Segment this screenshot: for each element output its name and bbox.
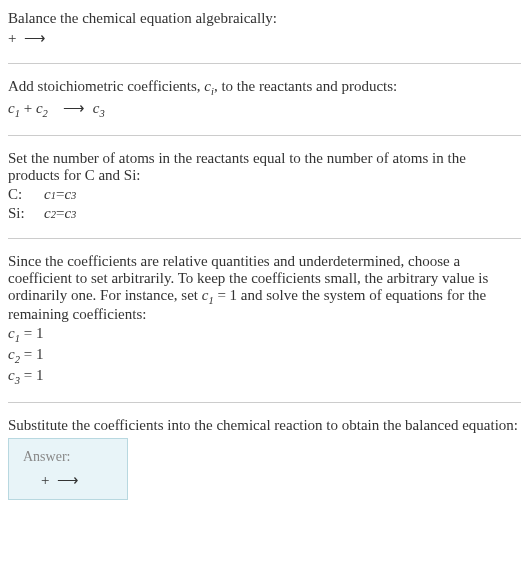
- subst-section: Substitute the coefficients into the che…: [8, 411, 521, 506]
- stoich-c3-sub: 3: [99, 108, 104, 119]
- answer-label: Answer:: [23, 449, 113, 465]
- solve-text: Since the coefficients are relative quan…: [8, 253, 521, 323]
- answer-arrow: ⟶: [57, 471, 79, 489]
- solve-eq3-c: c: [8, 367, 15, 383]
- stoich-plus: +: [24, 100, 36, 116]
- atom-c-eq: =: [56, 186, 64, 203]
- divider-1: [8, 63, 521, 64]
- intro-section: Balance the chemical equation algebraica…: [8, 4, 521, 55]
- atom-label-si: Si:: [8, 205, 36, 222]
- solve-eq1-c: c: [8, 325, 15, 341]
- atom-c-rhs-sub: 3: [71, 190, 76, 201]
- solve-eq-1: c1 = 1: [8, 325, 521, 344]
- stoich-text-1: Add stoichiometric coefficients,: [8, 78, 204, 94]
- stoich-c1-sub: 1: [15, 108, 20, 119]
- atom-si-eq: =: [56, 205, 64, 222]
- solve-eq3-rest: = 1: [20, 367, 43, 383]
- stoich-c2-sub: 2: [43, 108, 48, 119]
- answer-plus: +: [41, 472, 53, 488]
- atoms-text: Set the number of atoms in the reactants…: [8, 150, 521, 184]
- solve-eq1-rest: = 1: [20, 325, 43, 341]
- intro-plus: +: [8, 30, 20, 46]
- subst-text: Substitute the coefficients into the che…: [8, 417, 521, 434]
- intro-equation: + ⟶: [8, 29, 521, 47]
- answer-box: Answer: + ⟶: [8, 438, 128, 500]
- solve-eq2-c: c: [8, 346, 15, 362]
- solve-section: Since the coefficients are relative quan…: [8, 247, 521, 394]
- atom-si-lhs: c: [44, 205, 51, 222]
- intro-arrow: ⟶: [24, 29, 46, 47]
- solve-eq2-rest: = 1: [20, 346, 43, 362]
- stoich-text-2: , to the reactants and products:: [214, 78, 397, 94]
- stoich-ci: c: [204, 78, 211, 94]
- stoich-arrow: ⟶: [63, 99, 85, 117]
- atom-row-c: C: c1 = c3: [8, 186, 521, 203]
- stoich-section: Add stoichiometric coefficients, ci, to …: [8, 72, 521, 127]
- solve-eq-3: c3 = 1: [8, 367, 521, 386]
- solve-eq-2: c2 = 1: [8, 346, 521, 365]
- stoich-equation: c1 + c2 ⟶ c3: [8, 99, 521, 119]
- stoich-c2: c: [36, 100, 43, 116]
- atom-label-c: C:: [8, 186, 36, 203]
- answer-equation: + ⟶: [23, 471, 113, 489]
- divider-4: [8, 402, 521, 403]
- stoich-text: Add stoichiometric coefficients, ci, to …: [8, 78, 521, 97]
- stoich-c1: c: [8, 100, 15, 116]
- divider-3: [8, 238, 521, 239]
- atom-c-lhs: c: [44, 186, 51, 203]
- divider-2: [8, 135, 521, 136]
- intro-text: Balance the chemical equation algebraica…: [8, 10, 521, 27]
- atom-row-si: Si: c2 = c3: [8, 205, 521, 222]
- atom-si-rhs-sub: 3: [71, 209, 76, 220]
- atoms-section: Set the number of atoms in the reactants…: [8, 144, 521, 230]
